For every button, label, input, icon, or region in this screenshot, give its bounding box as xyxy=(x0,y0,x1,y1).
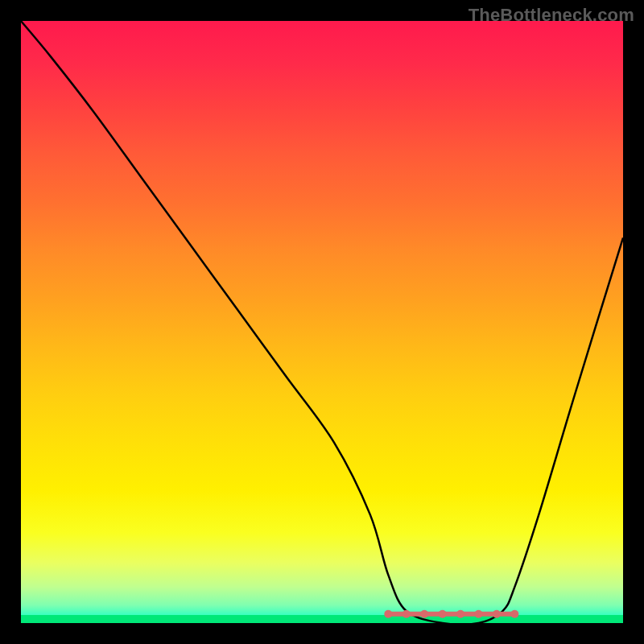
bottleneck-chart xyxy=(21,21,623,623)
flat-region-marker xyxy=(439,610,447,618)
flat-region-marker xyxy=(456,610,464,618)
flat-region-marker xyxy=(384,610,392,618)
flat-region-marker xyxy=(420,610,428,618)
flat-region-marker xyxy=(510,610,518,618)
flat-region-markers xyxy=(384,610,518,618)
flat-region-marker xyxy=(493,610,501,618)
curve-path xyxy=(21,21,623,625)
flat-region-marker xyxy=(474,610,482,618)
flat-region-marker xyxy=(402,610,411,618)
curve-layer xyxy=(21,21,623,623)
watermark-text: TheBottleneck.com xyxy=(469,5,634,26)
bottleneck-curve xyxy=(21,21,623,625)
